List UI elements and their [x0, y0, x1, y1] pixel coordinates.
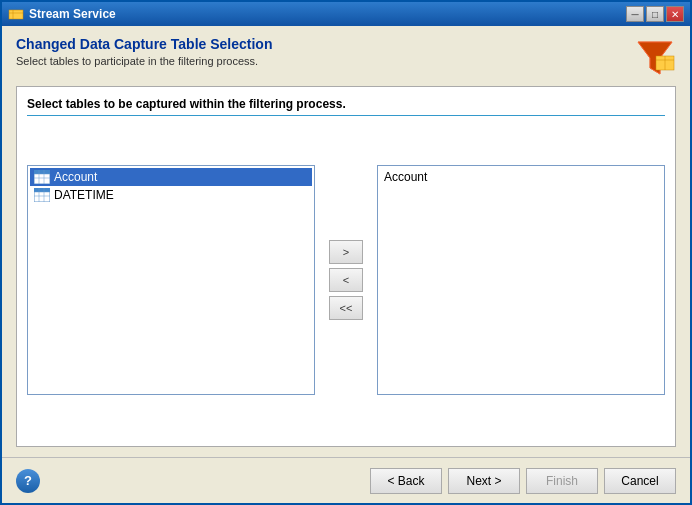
footer: ? < Back Next > Finish Cancel — [2, 457, 690, 503]
list-item-label: Account — [54, 170, 97, 184]
cancel-button[interactable]: Cancel — [604, 468, 676, 494]
list-item-label: DATETIME — [54, 188, 114, 202]
list-item[interactable]: Account — [380, 168, 662, 186]
header-text: Changed Data Capture Table Selection Sel… — [16, 36, 624, 67]
content-area: Changed Data Capture Table Selection Sel… — [2, 26, 690, 457]
close-button[interactable]: ✕ — [666, 6, 684, 22]
back-button[interactable]: < Back — [370, 468, 442, 494]
header-section: Changed Data Capture Table Selection Sel… — [16, 36, 676, 78]
svg-rect-9 — [34, 170, 50, 174]
maximize-button[interactable]: □ — [646, 6, 664, 22]
finish-button[interactable]: Finish — [526, 468, 598, 494]
available-tables-list[interactable]: Account DATETIME — [27, 165, 315, 395]
help-button[interactable]: ? — [16, 469, 40, 493]
main-panel: Select tables to be captured within the … — [16, 86, 676, 447]
next-button[interactable]: Next > — [448, 468, 520, 494]
stream-icon — [8, 6, 24, 22]
minimize-button[interactable]: ─ — [626, 6, 644, 22]
footer-left: ? — [16, 469, 40, 493]
transfer-buttons: > < << — [323, 240, 369, 320]
add-button[interactable]: > — [329, 240, 363, 264]
table-icon — [34, 188, 50, 202]
title-controls: ─ □ ✕ — [626, 6, 684, 22]
list-item-label: Account — [384, 170, 427, 184]
list-item[interactable]: Account — [30, 168, 312, 186]
page-subtitle: Select tables to participate in the filt… — [16, 55, 624, 67]
title-bar: Stream Service ─ □ ✕ — [2, 2, 690, 26]
page-title: Changed Data Capture Table Selection — [16, 36, 624, 52]
window-title: Stream Service — [29, 7, 116, 21]
list-item[interactable]: DATETIME — [30, 186, 312, 204]
footer-buttons: < Back Next > Finish Cancel — [370, 468, 676, 494]
remove-button[interactable]: < — [329, 268, 363, 292]
selected-tables-list[interactable]: Account — [377, 165, 665, 395]
panel-title: Select tables to be captured within the … — [27, 97, 665, 116]
svg-rect-15 — [34, 188, 50, 192]
main-window: Stream Service ─ □ ✕ Changed Data Captur… — [0, 0, 692, 505]
title-bar-left: Stream Service — [8, 6, 116, 22]
tables-layout: Account DATETIME — [27, 124, 665, 436]
remove-all-button[interactable]: << — [329, 296, 363, 320]
svg-rect-0 — [9, 10, 23, 19]
filter-header-icon — [634, 36, 676, 78]
table-icon — [34, 170, 50, 184]
